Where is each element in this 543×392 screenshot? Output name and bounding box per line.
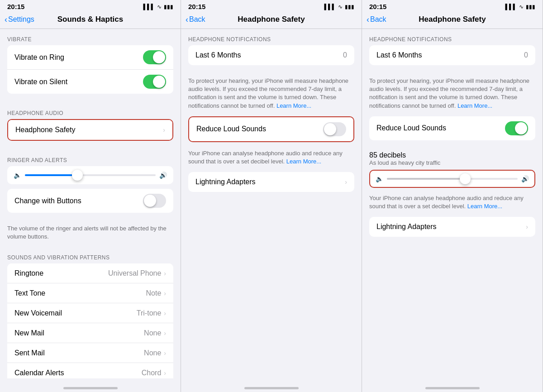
headphone-safety-panel-1: 20:15 ▌▌▌ ∿ ▮▮▮ ‹ Back Headphone Safety …: [181, 0, 362, 392]
headphone-notif-desc-1: To protect your hearing, your iPhone wil…: [181, 74, 362, 116]
list-item-ringtone[interactable]: Ringtone Universal Phone ›: [7, 263, 173, 283]
content-3: HEADPHONE NOTIFICATIONS Last 6 Months 0 …: [362, 29, 543, 378]
status-bar-3: 20:15 ▌▌▌ ∿ ▮▮▮: [362, 0, 543, 12]
text-tone-label: Text Tone: [14, 289, 45, 297]
wifi-icon-3: ∿: [519, 4, 524, 10]
sent-mail-chevron: ›: [164, 349, 166, 357]
reduce-loud-label-1: Reduce Loud Sounds: [196, 125, 266, 133]
decibel-slider-track[interactable]: [387, 178, 518, 180]
wifi-icon-2: ∿: [338, 4, 343, 10]
reduce-loud-label-2: Reduce Loud Sounds: [376, 124, 446, 132]
back-label-2[interactable]: Back: [189, 15, 205, 24]
new-mail-value: None: [144, 329, 161, 337]
text-tone-right: Note ›: [146, 289, 166, 297]
vol-high-icon-3: 🔊: [521, 175, 529, 182]
calendar-alerts-value: Chord: [142, 369, 162, 377]
reduce-learn-more-1[interactable]: Learn More...: [286, 158, 321, 165]
ringer-slider-thumb[interactable]: [72, 170, 83, 181]
sent-mail-right: None ›: [144, 349, 166, 357]
back-label-3[interactable]: Back: [370, 15, 386, 24]
vibrate-silent-thumb: [153, 76, 165, 88]
list-item-reduce-loud-2[interactable]: Reduce Loud Sounds: [369, 116, 535, 140]
home-bar-3: [425, 387, 480, 389]
nav-bar-3: ‹ Back Headphone Safety: [362, 12, 543, 29]
last-6-months-count-1: 0: [343, 51, 347, 59]
nav-title-3: Headphone Safety: [419, 15, 486, 24]
list-item-sent-mail[interactable]: Sent Mail None ›: [7, 343, 173, 363]
list-item-new-mail[interactable]: New Mail None ›: [7, 323, 173, 343]
list-item-calendar-alerts[interactable]: Calendar Alerts Chord ›: [7, 363, 173, 378]
list-item-headphone-safety[interactable]: Headphone Safety ›: [8, 120, 172, 140]
ringtone-chevron: ›: [164, 270, 166, 277]
learn-more-link-2[interactable]: Learn More...: [457, 102, 492, 109]
list-item-last-6-months-2[interactable]: Last 6 Months 0: [369, 45, 535, 65]
new-voicemail-label: New Voicemail: [14, 309, 62, 317]
list-item-vibrate-ring[interactable]: Vibrate on Ring: [7, 45, 173, 70]
last-6-months-label-1: Last 6 Months: [195, 51, 241, 59]
section-header-ringer: RINGER AND ALERTS: [0, 150, 181, 166]
home-indicator-3: [362, 378, 543, 392]
list-item-new-voicemail[interactable]: New Voicemail Tri-tone ›: [7, 303, 173, 323]
list-item-reduce-loud-1[interactable]: Reduce Loud Sounds: [189, 117, 353, 141]
new-mail-label: New Mail: [14, 329, 44, 337]
content-1: VIBRATE Vibrate on Ring Vibrate on Silen…: [0, 29, 181, 378]
list-item-vibrate-silent[interactable]: Vibrate on Silent: [7, 70, 173, 94]
lightning-right-1: ›: [345, 178, 347, 186]
lightning-chevron-1: ›: [345, 178, 347, 186]
vibrate-ring-toggle[interactable]: [143, 50, 166, 64]
lightning-group-1: Lightning Adapters ›: [188, 172, 354, 192]
reduce-loud-toggle-1[interactable]: [323, 122, 346, 136]
ringer-slider-row: 🔈 🔊: [14, 172, 167, 179]
list-item-text-tone[interactable]: Text Tone Note ›: [7, 283, 173, 303]
status-icons-2: ▌▌▌ ∿ ▮▮▮: [324, 4, 354, 10]
headphone-safety-right: ›: [163, 126, 165, 134]
headphone-safety-label: Headphone Safety: [15, 126, 76, 134]
list-item-lightning-2[interactable]: Lightning Adapters ›: [369, 217, 535, 237]
battery-icon-3: ▮▮▮: [526, 4, 535, 10]
calendar-alerts-label: Calendar Alerts: [14, 369, 64, 377]
headphone-notif-group-1: Last 6 Months 0: [188, 45, 354, 65]
back-button-2[interactable]: ‹ Back: [186, 15, 205, 24]
vibrate-silent-toggle[interactable]: [143, 75, 166, 89]
headphone-safety-chevron: ›: [163, 126, 165, 134]
home-indicator-1: [0, 378, 181, 392]
reduce-loud-sounds-group-1: Reduce Loud Sounds: [188, 116, 354, 142]
back-label-1[interactable]: Settings: [8, 15, 34, 24]
headphone-safety-panel-2: 20:15 ▌▌▌ ∿ ▮▮▮ ‹ Back Headphone Safety …: [362, 0, 543, 392]
battery-icon-2: ▮▮▮: [345, 4, 354, 10]
learn-more-link-1[interactable]: Learn More...: [276, 102, 311, 109]
list-item-lightning-1[interactable]: Lightning Adapters ›: [188, 172, 354, 192]
decibel-info: 85 decibels As loud as heavy city traffi…: [362, 149, 543, 170]
new-mail-right: None ›: [144, 329, 166, 337]
status-icons-1: ▌▌▌ ∿ ▮▮▮: [143, 4, 173, 10]
lightning-label-1: Lightning Adapters: [195, 178, 256, 186]
reduce-learn-more-2[interactable]: Learn More...: [467, 203, 502, 210]
lightning-chevron-2: ›: [526, 223, 528, 230]
headphone-notif-group-2: Last 6 Months 0: [369, 45, 535, 65]
ringer-slider-track[interactable]: [25, 174, 156, 176]
lightning-label-2: Lightning Adapters: [376, 223, 437, 231]
home-indicator-2: [181, 378, 362, 392]
back-button-3[interactable]: ‹ Back: [367, 15, 386, 24]
reduce-loud-thumb-2: [515, 122, 527, 134]
volume-slider-row: 🔈 🔊: [376, 175, 529, 182]
change-buttons-label: Change with Buttons: [14, 197, 81, 205]
section-header-vibrate: VIBRATE: [0, 29, 181, 45]
status-time-3: 20:15: [369, 3, 386, 10]
new-voicemail-chevron: ›: [164, 310, 166, 317]
section-header-headphone-audio: HEADPHONE AUDIO: [0, 103, 181, 119]
reduce-loud-sounds-group-2: Reduce Loud Sounds: [369, 116, 535, 140]
signal-icon-2: ▌▌▌: [324, 4, 336, 10]
back-button-1[interactable]: ‹ Settings: [5, 15, 34, 24]
new-voicemail-value: Tri-tone: [137, 309, 162, 317]
battery-icon-1: ▮▮▮: [164, 4, 173, 10]
signal-icon-3: ▌▌▌: [505, 4, 517, 10]
ringtone-label: Ringtone: [14, 269, 43, 277]
reduce-loud-toggle-2[interactable]: [505, 121, 528, 135]
change-buttons-toggle[interactable]: [143, 194, 166, 208]
ringer-footer-text: The volume of the ringer and alerts will…: [0, 222, 181, 247]
decibel-slider-thumb[interactable]: [460, 173, 471, 184]
list-item-change-buttons[interactable]: Change with Buttons: [7, 189, 173, 213]
change-with-buttons-group: Change with Buttons: [7, 189, 173, 213]
list-item-last-6-months-1[interactable]: Last 6 Months 0: [188, 45, 354, 65]
